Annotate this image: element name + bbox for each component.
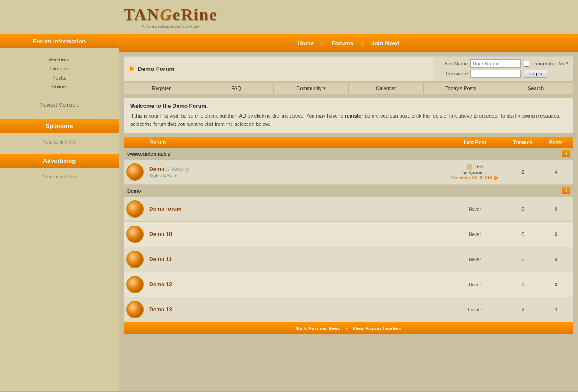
your-link-here: Your Link Here [0,137,119,147]
forum-icon-cell-demo-11 [124,247,146,272]
forum-viewing-demo: (1 Viewing) [166,167,189,172]
subnav-faq[interactable]: FAQ [199,83,274,94]
category-name-1: Demo [124,185,538,197]
last-post-demo: Test by Админ.... Yesterday 07:38 PM [443,160,508,185]
forum-info-demo-10: Demo 10 [146,222,443,247]
posts-demo-12: 0 [538,272,573,297]
login-button[interactable] [524,70,547,78]
forum-row-demo: Demo (1 Viewing) Styles & Skins Test by … [124,160,573,185]
forum-link-demo-13[interactable]: Demo 13 [149,306,172,313]
remember-checkbox[interactable] [524,61,529,67]
forum-icon-demo-13 [126,301,144,318]
forum-row-demo-12: Demo 12 Never 0 0 [124,272,573,297]
advertising-button[interactable]: Advertising [0,154,119,168]
forum-info-demo-11: Demo 11 [146,247,443,272]
last-post-title-demo[interactable]: Test [475,164,483,169]
online-label: Online: [5,82,114,91]
category-row-1: Demo + [124,185,573,197]
right-panel: Home :: Forums :: Join Now! Demo Forum U… [119,34,578,391]
main-wrapper: Forum Information Members: Threads: Post… [0,34,578,391]
last-post-by-demo: by Админ.... [462,170,487,175]
expand-icon-1[interactable]: + [562,187,570,194]
goto-icon-demo[interactable] [494,176,499,180]
forum-info-demo-12: Demo 12 [146,272,443,297]
mark-forums-read-link[interactable]: Mark Forums Read [295,326,340,331]
nav-sep1: :: [321,40,325,47]
sidebar-title: Forum Information [0,34,119,48]
password-input[interactable] [470,70,521,78]
forum-info-demo: Demo (1 Viewing) Styles & Skins [146,160,443,185]
logo-rine: eRine [173,5,217,24]
subnav-community[interactable]: Community ▾ [274,83,349,94]
forum-icon-demo [126,163,144,181]
subnav-search[interactable]: Search [498,83,573,94]
forum-link-demo-forum[interactable]: Demo forum [149,206,182,212]
forum-table: Forum Last Post Threads Posts www.epidem… [124,137,573,322]
threads-label: Threads: [5,64,114,74]
post-icon-demo [467,164,472,170]
header-last-post: Last Post [443,137,508,148]
forum-link-demo-10[interactable]: Demo 10 [149,231,172,237]
nav-home[interactable]: Home [297,40,314,47]
forum-row-demo-11: Demo 11 Never 0 0 [124,247,573,272]
forum-name-demo-11: Demo 11 [149,256,440,263]
newest-member-label: Newest Member: [5,101,114,110]
last-post-demo-12: Never [443,272,508,297]
expand-icon-0[interactable]: + [562,150,570,157]
welcome-title: Welcome to the Demo Forum. [130,103,567,109]
forum-row-demo-13: Demo 13 Private 2 3 [124,297,573,322]
posts-label: Posts: [5,74,114,83]
subnav-todays-posts[interactable]: Today's Posts [424,83,499,94]
faq-link[interactable]: FAQ [236,113,246,118]
forum-icon-cell-demo-12 [124,272,146,297]
logo: TANGeRine [124,5,217,24]
forum-row-demo-forum: Demo forum Never 0 0 [124,197,573,222]
register-link[interactable]: register [345,113,363,118]
threads-demo-10: 0 [507,222,538,247]
forum-tbody: www.epidemia.biz + Demo ( [124,148,573,322]
username-label: User Name [438,61,468,66]
footer-bar: Mark Forums Read · View Forum Leaders [124,322,573,334]
posts-demo-13: 3 [538,297,573,322]
threads-demo-forum: 0 [507,197,538,222]
logo-tagline: A Tasty vBSkinworks Design [141,24,200,29]
sub-nav: Register FAQ Community ▾ Calendar Today'… [124,83,573,94]
login-form: User Name Remember Me? Password [433,57,573,81]
nav-sep2: :: [360,40,364,47]
last-post-time-demo: Yesterday 07:38 PM [451,175,492,180]
your-links-here: Your Links Here [0,172,119,182]
logo-ge: G [160,5,173,24]
header-forum: Forum [146,137,443,148]
forum-link-demo-12[interactable]: Demo 12 [149,281,172,288]
forum-link-demo[interactable]: Demo [149,166,164,172]
username-input[interactable] [470,59,521,68]
header: TANGeRine A Tasty vBSkinworks Design [0,0,578,34]
threads-demo-12: 0 [507,272,538,297]
forum-row-demo-10: Demo 10 Never 0 0 [124,222,573,247]
content-area: Demo Forum User Name Remember Me? Passwo… [119,52,578,391]
password-row: Password [438,70,568,78]
nav-join[interactable]: Join Now! [371,40,400,47]
header-icon-cell [124,137,146,148]
last-post-demo-11: Never [443,247,508,272]
forum-icon-cell-demo [124,160,146,185]
nav-forums[interactable]: Forums [332,40,354,47]
sponsors-button[interactable]: Sponsors [0,119,119,133]
forum-icon-demo-11 [126,251,144,268]
logo-tan: TAN [124,5,160,24]
last-post-demo-forum: Never [443,197,508,222]
view-forum-leaders-link[interactable]: View Forum Leaders [352,326,401,331]
forum-icon-cell-demo-forum [124,197,146,222]
threads-demo-13: 2 [507,297,538,322]
forum-info-demo-13: Demo 13 [146,297,443,322]
forum-info-demo-forum: Demo forum [146,197,443,222]
forum-name-demo-10: Demo 10 [149,231,440,237]
subnav-register[interactable]: Register [124,83,199,94]
forum-link-demo-11[interactable]: Demo 11 [149,256,172,263]
forum-name-demo: Demo (1 Viewing) [149,166,440,172]
welcome-text: If this is your first visit, be sure to … [130,112,567,128]
subnav-calendar[interactable]: Calendar [349,83,424,94]
nav-bar: Home :: Forums :: Join Now! [119,34,578,52]
forum-icon-demo-10 [126,226,144,243]
arrow-icon [130,65,134,72]
